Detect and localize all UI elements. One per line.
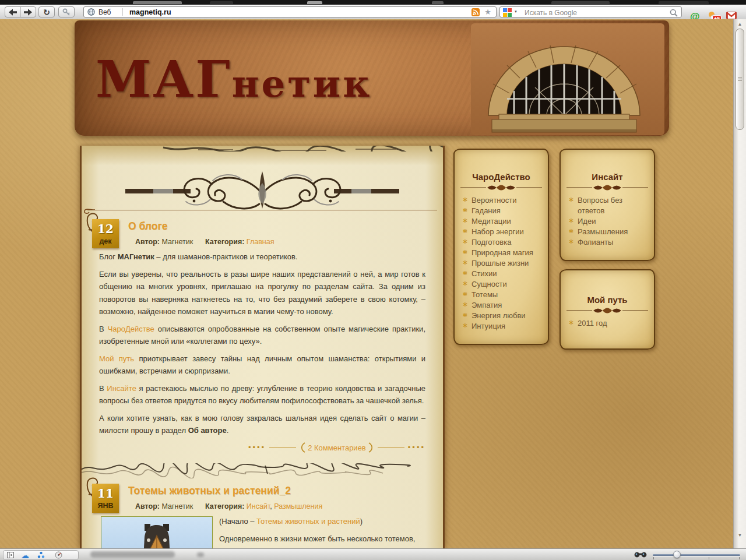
sidebar-menu-item[interactable]: *Энергия любви — [463, 311, 542, 321]
reload-button[interactable]: ↻ — [38, 6, 55, 17]
rss-icon[interactable] — [471, 8, 480, 16]
insight-link[interactable]: Инсайте — [107, 384, 136, 393]
sidebar-menu-item[interactable]: *Медитации — [463, 216, 542, 227]
search-bar[interactable]: ▼ — [499, 6, 682, 17]
sidebar-menu: *Вероятности *Гадания *Медитации *Набор … — [455, 195, 548, 332]
google-icon[interactable] — [503, 8, 512, 17]
sidebar-ornament-icon — [460, 184, 542, 192]
opera-turbo-icon[interactable] — [55, 551, 62, 559]
paragraph: Мой путь приоткрывает завесу тайны над л… — [99, 353, 425, 378]
bookmark-star-icon[interactable]: ★ — [484, 7, 491, 17]
site-logo[interactable]: МАГнетик — [96, 50, 372, 108]
search-magnifier-icon[interactable] — [670, 9, 678, 17]
post-title-link[interactable]: О блоге — [128, 220, 167, 233]
sidebar-menu-item[interactable]: *Фолианты — [569, 237, 648, 248]
post-date-badge: 11 ЯНВ — [92, 484, 119, 513]
find-binoculars-icon[interactable] — [634, 551, 647, 558]
sidebar-menu-item[interactable]: *Гадания — [463, 206, 542, 216]
web-mode-label[interactable]: Веб — [98, 8, 111, 16]
sidebar-menu-item[interactable]: *Подготовка — [463, 237, 542, 248]
opera-link-cloud-icon[interactable]: ☁ — [21, 551, 29, 559]
tab-strip — [0, 0, 746, 5]
forward-button[interactable] — [20, 7, 36, 17]
sidebar-menu-item[interactable]: *Сущности — [463, 279, 542, 290]
sidebar-menu-item[interactable]: *Природная магия — [463, 248, 542, 258]
scrollbar-thumb[interactable] — [736, 29, 744, 130]
sidebar-menu-item[interactable]: *Эмпатия — [463, 300, 542, 311]
paragraph: Одновременно в жизни может быть нескольк… — [219, 533, 425, 545]
sidebar-menu-item[interactable]: *Набор энергии — [463, 227, 542, 237]
star-bullet-icon: * — [463, 280, 467, 290]
category-label: Категория: — [205, 502, 244, 510]
comment-curl-close-icon — [368, 442, 374, 453]
address-bar[interactable]: Веб magnetiq.ru ★ — [83, 6, 497, 17]
star-bullet-icon: * — [569, 217, 573, 227]
opera-unite-icon[interactable] — [37, 551, 45, 559]
author-label: Автор: — [135, 502, 160, 510]
charodeystvo-link[interactable]: ЧароДействе — [108, 325, 154, 333]
sidebar-box-moy-put: Мой путь *2011 год — [560, 269, 655, 350]
nav-button-group — [5, 6, 36, 17]
sidebar-ornament-icon — [566, 184, 648, 192]
vertical-scrollbar[interactable]: ▲ ▼ — [733, 19, 746, 548]
star-bullet-icon: * — [463, 322, 467, 332]
sidebar-menu-item[interactable]: *Идеи — [569, 216, 648, 227]
sidebar-menu-item[interactable]: *Размышления — [569, 227, 648, 237]
category-link[interactable]: Инсайт — [247, 502, 270, 510]
comment-line — [269, 448, 296, 448]
totem-pole-thumbnail[interactable] — [101, 516, 213, 548]
sidebar-menu-item[interactable]: *Прошлые жизни — [463, 258, 542, 269]
sidebar-menu-item[interactable]: *Вероятности — [463, 195, 542, 206]
paragraph: В Инсайте я растекаюсь мыслью по древу: … — [99, 382, 425, 407]
post-date-day: 12 — [92, 222, 119, 236]
post-body: (Начало – Тотемы животных и растений) Од… — [219, 515, 425, 548]
post-date-month: дек — [92, 237, 119, 245]
sidebar-menu-item[interactable]: *2011 год — [569, 318, 648, 329]
comment-dots: •••• — [248, 445, 266, 450]
url-text[interactable]: magnetiq.ru — [129, 8, 171, 16]
status-icon-group: ☁ — [3, 550, 79, 560]
zoom-tick — [653, 557, 654, 559]
paragraph: Если вы уверены, что реальность в разы ш… — [99, 268, 425, 318]
tab-fragment — [659, 1, 709, 4]
category-link[interactable]: Размышления — [274, 502, 322, 510]
comments-link[interactable]: 2 Комментариев — [308, 442, 366, 455]
post-body: Блог МАГнетик – для шаманов-практиков и … — [99, 251, 425, 454]
comment-curl-open-icon — [300, 442, 305, 453]
star-bullet-icon: * — [463, 196, 467, 206]
post-date-month: ЯНВ — [92, 502, 119, 510]
star-bullet-icon: * — [463, 227, 467, 238]
zoom-slider-handle[interactable] — [673, 551, 681, 558]
tab-fragment — [551, 1, 610, 4]
post-meta: Автор: Магнетик Категория: Инсайт, Размы… — [135, 502, 322, 510]
totem-part1-link[interactable]: Тотемы животных и растений — [256, 517, 360, 526]
author-name: Магнетик — [161, 238, 193, 246]
main-content-column: 12 дек О блоге Автор: Магнетик Категория… — [80, 146, 445, 548]
author-name: Магнетик — [161, 502, 193, 510]
sidebar-menu-item[interactable]: *Тотемы — [463, 290, 542, 300]
star-bullet-icon: * — [463, 269, 467, 280]
status-text-blurred — [90, 551, 175, 558]
gmail-icon[interactable] — [726, 12, 737, 19]
sidebar-menu-item[interactable]: *Интуиция — [463, 321, 542, 332]
panel-toggle-button[interactable] — [7, 551, 14, 559]
back-button[interactable] — [5, 7, 20, 17]
star-bullet-icon: * — [569, 238, 573, 248]
sidebar-title: ЧароДейство — [455, 150, 548, 182]
moy-put-link[interactable]: Мой путь — [99, 354, 134, 363]
author-label: Автор: — [135, 238, 160, 246]
star-bullet-icon: * — [569, 196, 573, 206]
sidebar-menu-item[interactable]: *Стихии — [463, 269, 542, 279]
scroll-down-arrow[interactable]: ▼ — [734, 533, 746, 538]
search-engine-dropdown-icon[interactable]: ▼ — [514, 10, 518, 13]
post-title-link[interactable]: Тотемы животных и растений_2 — [128, 485, 291, 497]
password-key-button[interactable] — [58, 6, 75, 17]
star-bullet-icon: * — [463, 290, 467, 301]
sidebar-menu-item[interactable]: *Вопросы без ответов — [569, 195, 648, 216]
zoom-slider-track[interactable] — [653, 554, 740, 556]
search-input[interactable] — [523, 8, 654, 17]
paragraph: (Начало – Тотемы животных и растений) — [219, 515, 425, 528]
zoom-tick — [739, 557, 740, 559]
scroll-up-arrow[interactable]: ▲ — [734, 22, 746, 27]
category-link[interactable]: Главная — [247, 238, 275, 246]
